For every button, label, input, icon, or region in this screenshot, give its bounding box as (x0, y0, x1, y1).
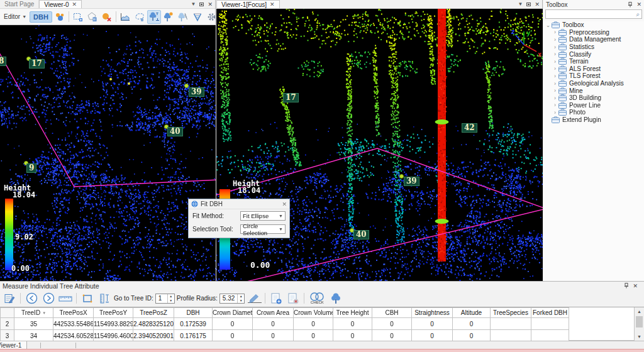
column-header-treespecies[interactable]: TreeSpecies (491, 308, 531, 318)
dialog-close-icon[interactable]: ✕ (282, 201, 287, 207)
expand-chevron-icon[interactable]: › (552, 73, 558, 79)
toolbox-item-geological-analysis[interactable]: ›Geological Analysis (543, 80, 644, 87)
column-header-straightness[interactable]: Straightness (412, 308, 453, 318)
expand-chevron-icon[interactable]: › (552, 80, 558, 87)
search-input[interactable] (546, 11, 634, 18)
clear-selection-icon[interactable] (100, 10, 114, 24)
viewer1-canvas[interactable] (216, 9, 543, 281)
column-header-forked-dbh[interactable]: Forked DBH (531, 308, 569, 318)
column-header-dbh[interactable]: DBH (174, 308, 213, 318)
spin-down-icon[interactable]: ▼ (238, 299, 244, 303)
expand-chevron-icon[interactable]: › (552, 58, 558, 65)
toolbox-item-extend-plugin[interactable]: Extend Plugin (543, 116, 644, 124)
toolbox-item-classify[interactable]: ›Classify (543, 50, 644, 58)
spin-up-icon[interactable]: ▲ (238, 294, 244, 299)
scroll-up-icon[interactable]: ▲ (635, 307, 644, 316)
fit-dbh-dialog-titlebar[interactable]: Fit DBH ✕ (189, 199, 289, 209)
editor-dropdown[interactable]: Editor▼ (1, 12, 29, 21)
delete-record-icon[interactable] (286, 291, 301, 306)
toolbox-item-preprocessing[interactable]: ›Preprocessing (543, 29, 644, 36)
column-header-cbh[interactable]: CBH (372, 308, 412, 318)
tab-list-dropdown-icon[interactable]: ▼ (191, 1, 196, 7)
pin-icon[interactable] (624, 283, 629, 289)
lasso-select-icon[interactable] (133, 10, 147, 24)
toolbox-item-photo[interactable]: ›Photo (543, 109, 644, 116)
float-window-icon[interactable] (199, 3, 204, 6)
expand-chevron-icon[interactable]: › (552, 36, 558, 43)
toolbox-item-mine[interactable]: ›Mine (543, 87, 644, 94)
add-record-icon[interactable] (269, 291, 284, 306)
expand-chevron-icon[interactable]: › (552, 109, 558, 116)
toolbox-item-als-forest[interactable]: ›ALS Forest (543, 65, 644, 73)
next-tree-icon[interactable] (41, 291, 56, 306)
spin-up-icon[interactable]: ▲ (168, 294, 174, 299)
close-tab-icon[interactable]: ✕ (72, 1, 77, 8)
float-window-icon[interactable] (526, 3, 531, 6)
table-row[interactable]: 235442533.554861154993.882942.4828325120… (1, 318, 569, 330)
expand-chevron-icon[interactable]: › (552, 44, 558, 50)
column-header-crown-diameter[interactable]: Crown Diameter (213, 308, 253, 318)
expand-chevron-icon[interactable]: › (552, 87, 558, 94)
tree-analysis-icon[interactable] (176, 10, 190, 24)
pin-icon[interactable] (628, 2, 633, 8)
fit-method-select[interactable]: Fit Ellipse▼ (240, 211, 286, 221)
search-icon[interactable]: ⌕ (634, 11, 641, 18)
table-scrollbar[interactable]: ▲ ▼ (634, 307, 644, 341)
tree-measure-tool-icon[interactable]: T (147, 10, 161, 24)
column-header-tree-height[interactable]: Tree Height (333, 308, 372, 318)
tree-tool-icon[interactable] (328, 291, 343, 306)
close-window-icon[interactable]: ✕ (208, 1, 213, 8)
profile-radius-spinner[interactable]: 5.32 ▲▼ (219, 294, 245, 304)
viewer1-viewport[interactable]: 17423940 Height 18.04 0.00 (216, 9, 543, 281)
expand-chevron-icon[interactable]: › (552, 102, 558, 108)
expand-chevron-icon[interactable]: › (552, 51, 558, 57)
goto-tree-id-spinner[interactable]: 1 ▲▼ (155, 294, 175, 304)
edit-attributes-icon[interactable] (2, 291, 17, 306)
check-overlap-icon[interactable]: CHECK (308, 292, 326, 304)
tab-viewer0[interactable]: Viewer-0 ✕ (39, 0, 82, 8)
column-header-crown-area[interactable]: Crown Area (253, 308, 294, 318)
row-number[interactable]: 2 (1, 318, 14, 330)
tab-start-page[interactable]: Start Page (0, 0, 39, 8)
scroll-down-icon[interactable]: ▼ (635, 333, 644, 341)
selection-tool-select[interactable]: Circle Selection▼ (240, 224, 286, 234)
sort-icon[interactable]: ▼ (42, 311, 46, 315)
dbh-tool-button[interactable]: DBH (30, 11, 52, 23)
spin-down-icon[interactable]: ▼ (168, 299, 174, 303)
toolbox-item-3d-building[interactable]: ›3D Building (543, 94, 644, 102)
draw-line-icon[interactable] (247, 291, 262, 306)
column-header-treeid[interactable]: TreeID▼ (14, 308, 53, 318)
column-header-treeposz[interactable]: TreePosZ (133, 308, 174, 318)
expand-chevron-icon[interactable]: › (552, 65, 558, 72)
column-header-treeposx[interactable]: TreePosX (53, 308, 94, 318)
expand-chevron-icon[interactable]: › (552, 95, 558, 101)
row-number[interactable]: 3 (1, 330, 14, 341)
column-header-treeposy[interactable]: TreePosY (94, 308, 133, 318)
close-panel-icon[interactable]: ✕ (633, 283, 638, 289)
column-header-crown-volume[interactable]: Crown Volume (294, 308, 333, 318)
close-window-icon[interactable]: ✕ (535, 1, 540, 8)
seed-points-icon[interactable] (53, 10, 67, 24)
bottom-tab-viewer1[interactable]: Viewer-1 (0, 341, 27, 349)
expand-chevron-icon[interactable]: ⌄ (545, 22, 552, 28)
polygon-delete-icon[interactable] (86, 10, 99, 24)
toolbox-item-data-management[interactable]: ›Data Management (543, 36, 644, 43)
column-header-altitude[interactable]: Altitude (453, 308, 491, 318)
table-row[interactable]: 334442534.6052891154996.460082.394052090… (1, 330, 569, 341)
height-measure-icon[interactable] (97, 291, 112, 306)
attribute-table[interactable]: TreeID▼TreePosXTreePosYTreePosZDBHCrown … (0, 307, 569, 341)
cross-section-icon[interactable] (191, 10, 204, 24)
tab-viewer1-focus[interactable]: Viewer-1[Focus] ✕ (216, 0, 280, 8)
toolbox-item-terrain[interactable]: ›Terrain (543, 58, 644, 65)
scroll-thumb[interactable] (636, 316, 643, 327)
tab-list-dropdown-icon[interactable]: ▼ (518, 1, 523, 7)
close-panel-icon[interactable]: ✕ (636, 1, 641, 8)
profile-chart-icon[interactable] (118, 10, 132, 24)
expand-chevron-icon[interactable]: › (552, 29, 558, 35)
previous-tree-icon[interactable] (24, 291, 39, 306)
toolbox-item-statistics[interactable]: ›Statistics (543, 43, 644, 51)
toolbox-item-tls-forest[interactable]: ›TLS Forest (543, 72, 644, 80)
ruler-measure-icon[interactable] (58, 291, 73, 306)
area-measure-icon[interactable] (80, 291, 95, 306)
close-tab-icon[interactable]: ✕ (270, 1, 275, 8)
